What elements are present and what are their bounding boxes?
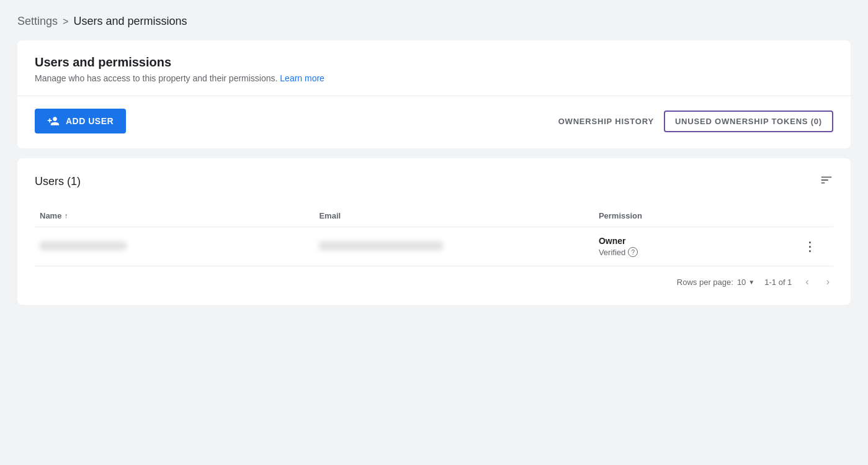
unused-tokens-button[interactable]: UNUSED OWNERSHIP TOKENS (0): [664, 111, 833, 132]
rows-per-page-select[interactable]: 10 ▼: [737, 278, 754, 287]
ownership-history-button[interactable]: OWNERSHIP HISTORY: [548, 112, 664, 131]
sort-arrow-icon: ↑: [64, 212, 68, 220]
users-title: Users (1): [35, 175, 81, 188]
table-header-row: Name ↑ Email Permission: [35, 205, 833, 227]
page-info: 1-1 of 1: [764, 278, 792, 287]
next-page-button[interactable]: ›: [823, 274, 833, 290]
user-email-cell: redacted: [314, 227, 593, 266]
actions-row: ADD USER OWNERSHIP HISTORY UNUSED OWNERS…: [35, 109, 833, 133]
table-head: Name ↑ Email Permission: [35, 205, 833, 227]
verified-text: Verified: [599, 248, 625, 257]
add-user-icon: [47, 115, 60, 127]
page-description: Manage who has access to this property a…: [35, 73, 833, 83]
user-email-blurred: redacted: [319, 242, 443, 250]
breadcrumb-separator: >: [63, 16, 68, 27]
breadcrumb-current: Users and permissions: [73, 15, 187, 28]
rows-dropdown-arrow: ▼: [748, 279, 754, 286]
col-header-email: Email: [314, 205, 593, 227]
breadcrumb-parent: Settings: [17, 15, 58, 28]
filter-icon[interactable]: [820, 173, 833, 190]
prev-page-button[interactable]: ‹: [802, 274, 812, 290]
permission-label: Owner: [599, 236, 789, 246]
add-user-button[interactable]: ADD USER: [35, 109, 126, 133]
rows-per-page-label: Rows per page:: [677, 278, 733, 287]
users-card: Users (1) Name ↑ Email: [17, 158, 851, 305]
rows-per-page-value: 10: [737, 278, 746, 287]
user-actions-cell: ⋮: [794, 227, 833, 266]
breadcrumb: Settings > Users and permissions: [17, 15, 851, 28]
user-permission-cell: Owner Verified ?: [594, 227, 794, 266]
add-user-label: ADD USER: [66, 116, 114, 126]
col-header-permission: Permission: [594, 205, 794, 227]
col-header-actions: [794, 205, 833, 227]
user-name-blurred: redacted: [40, 242, 127, 250]
card-header: Users and permissions Manage who has acc…: [35, 55, 833, 83]
learn-more-link[interactable]: Learn more: [280, 73, 324, 83]
right-actions: OWNERSHIP HISTORY UNUSED OWNERSHIP TOKEN…: [548, 111, 833, 132]
page-title: Users and permissions: [35, 55, 833, 70]
col-header-name: Name ↑: [35, 205, 314, 227]
more-options-icon[interactable]: ⋮: [799, 237, 821, 256]
rows-per-page: Rows per page: 10 ▼: [677, 278, 754, 287]
users-table: Name ↑ Email Permission reda: [35, 205, 833, 266]
table-row: redacted redacted Owner Verified ?: [35, 227, 833, 266]
table-body: redacted redacted Owner Verified ?: [35, 227, 833, 266]
card-divider: [17, 96, 851, 96]
help-icon[interactable]: ?: [628, 247, 638, 257]
user-name-cell: redacted: [35, 227, 314, 266]
pagination-row: Rows per page: 10 ▼ 1-1 of 1 ‹ ›: [35, 266, 833, 290]
header-card: Users and permissions Manage who has acc…: [17, 40, 851, 148]
users-table-header: Users (1): [35, 173, 833, 190]
